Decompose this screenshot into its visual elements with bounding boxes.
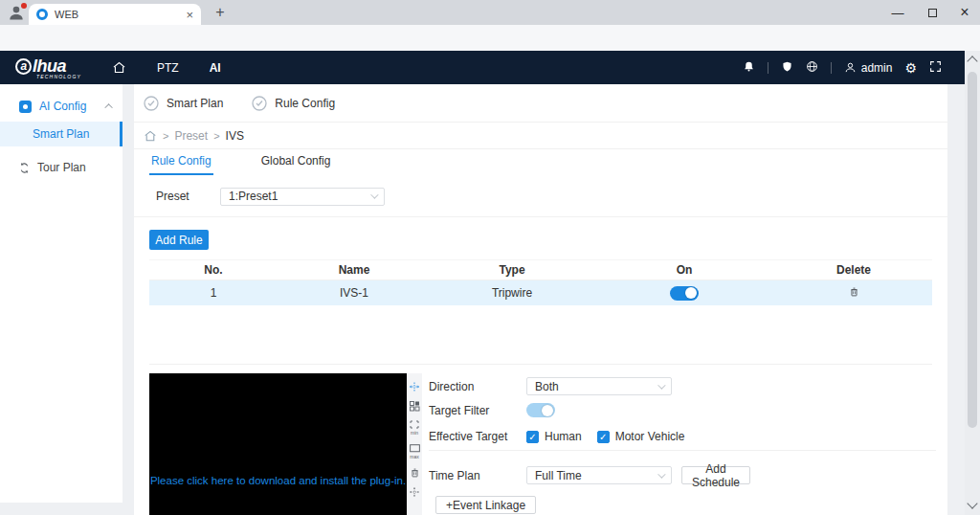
browser-tab-title: WEB	[55, 9, 186, 20]
new-tab-button[interactable]: +	[210, 2, 231, 23]
target-option-human[interactable]: ✓ Human	[526, 430, 582, 443]
checkbox-motor-vehicle[interactable]: ✓	[597, 431, 610, 443]
home-nav-button[interactable]	[112, 60, 126, 75]
user-menu[interactable]: admin	[844, 61, 893, 75]
logo-subtitle: TECHNOLOGY	[36, 74, 81, 79]
draw-tripwire-tool[interactable]	[409, 381, 420, 392]
checkbox-label: Human	[545, 430, 582, 443]
tab-close-icon[interactable]: ×	[186, 9, 193, 21]
dahua-logo: alhua TECHNOLOGY	[15, 56, 81, 79]
settings-divider	[429, 450, 936, 451]
breadcrumb-separator: >	[213, 130, 219, 142]
chevron-down-icon	[657, 381, 665, 389]
preset-select[interactable]: 1:Preset1	[220, 188, 385, 206]
add-rule-button[interactable]: Add Rule	[149, 230, 209, 250]
column-header-on: On	[593, 263, 775, 277]
max-size-tag: max	[410, 455, 418, 459]
breadcrumb-item-preset[interactable]: Preset	[174, 129, 208, 143]
breadcrumb: > Preset > IVS	[134, 123, 947, 149]
add-schedule-button[interactable]: Add Schedule	[681, 466, 750, 484]
target-filter-label: Target Filter	[429, 404, 526, 417]
target-option-motor-vehicle[interactable]: ✓ Motor Vehicle	[597, 430, 685, 443]
sidebar: AI Config Smart Plan Tour Plan	[0, 84, 122, 503]
nav-tab-ai[interactable]: AI	[210, 61, 221, 75]
direction-selected-value: Both	[535, 380, 559, 393]
header-divider	[768, 62, 768, 74]
max-size-icon	[409, 443, 421, 454]
rule-on-toggle[interactable]	[670, 286, 699, 301]
security-shield-button[interactable]	[781, 60, 793, 76]
browser-tab[interactable]: WEB ×	[29, 4, 201, 25]
event-linkage-button[interactable]: +Event Linkage	[435, 496, 536, 514]
pan-move-tool[interactable]	[409, 486, 420, 498]
shield-icon	[781, 60, 793, 73]
step-label: Smart Plan	[167, 97, 223, 110]
step-label: Rule Config	[275, 97, 335, 110]
sidebar-item-tour-plan[interactable]: Tour Plan	[0, 155, 122, 180]
tab-rule-config[interactable]: Rule Config	[149, 154, 213, 175]
alarm-bell-button[interactable]	[743, 60, 755, 76]
video-preview: Please click here to download and instal…	[149, 373, 407, 515]
min-size-icon	[409, 419, 420, 430]
scrollbar-thumb[interactable]	[968, 72, 977, 428]
time-plan-selected-value: Full Time	[535, 469, 582, 482]
language-globe-button[interactable]	[806, 60, 818, 76]
table-header-row: No. Name Type On Delete	[149, 259, 932, 280]
breadcrumb-item-ivs: IVS	[226, 129, 244, 143]
tour-plan-icon	[18, 162, 31, 174]
table-row[interactable]: 1 IVS-1 Tripwire	[149, 280, 932, 305]
breadcrumb-home-icon[interactable]	[144, 129, 157, 143]
trash-icon	[849, 286, 859, 298]
window-maximize-button[interactable]	[915, 0, 949, 25]
browser-tabstrip: WEB × + — ×	[0, 0, 980, 25]
app-header: alhua TECHNOLOGY PTZ AI	[0, 51, 965, 84]
plugin-download-link[interactable]: Please click here to download and instal…	[149, 475, 407, 486]
column-header-type: Type	[431, 263, 593, 277]
bell-icon	[743, 60, 755, 73]
time-plan-row: Time Plan Full Time Add Schedule	[429, 466, 750, 484]
min-size-tool[interactable]: min	[409, 419, 420, 436]
fullscreen-icon	[929, 60, 942, 73]
sidebar-item-smart-plan[interactable]: Smart Plan	[0, 122, 122, 146]
move-crosshair-icon	[409, 486, 420, 498]
time-plan-select[interactable]: Full Time	[526, 466, 672, 484]
sidebar-group-label: AI Config	[39, 100, 86, 113]
chevron-down-icon	[370, 190, 378, 198]
rule-settings-panel: Direction Both Target Filter Effective T…	[429, 373, 943, 515]
target-filter-toggle[interactable]	[526, 403, 555, 417]
cell-name: IVS-1	[278, 286, 431, 300]
direction-select[interactable]: Both	[526, 377, 672, 395]
window-minimize-button[interactable]: —	[880, 0, 915, 25]
effective-target-label: Effective Target	[429, 430, 526, 443]
column-header-delete: Delete	[775, 263, 932, 277]
grid-squares-icon	[409, 400, 420, 412]
step-rule-config[interactable]: Rule Config	[252, 96, 335, 111]
breadcrumb-separator: >	[163, 130, 168, 142]
username-label: admin	[861, 61, 893, 75]
step-check-icon	[144, 96, 159, 111]
preset-row: Preset 1:Preset1	[134, 187, 947, 206]
home-icon	[112, 60, 126, 75]
rule-list-tool[interactable]	[409, 400, 420, 412]
step-smart-plan[interactable]: Smart Plan	[144, 96, 223, 111]
window-close-button[interactable]: ×	[947, 0, 980, 25]
max-size-tool[interactable]: max	[409, 443, 421, 459]
checkbox-human[interactable]: ✓	[526, 431, 539, 443]
delete-rule-button[interactable]	[849, 286, 859, 298]
user-icon	[844, 61, 857, 74]
tab-global-config[interactable]: Global Config	[259, 154, 333, 175]
sidebar-item-label: Smart Plan	[33, 127, 89, 141]
browser-profile-button[interactable]	[7, 3, 28, 22]
cell-no: 1	[149, 286, 278, 300]
fullscreen-button[interactable]	[929, 60, 942, 76]
delete-drawing-tool[interactable]	[410, 467, 420, 479]
column-header-no: No.	[149, 263, 278, 277]
direction-label: Direction	[429, 380, 526, 393]
step-check-icon	[252, 96, 267, 111]
sidebar-group-ai-config[interactable]: AI Config	[19, 96, 113, 117]
section-divider	[134, 216, 947, 217]
nav-tab-ptz[interactable]: PTZ	[157, 61, 179, 75]
settings-gear-button[interactable]: ⚙	[904, 61, 917, 75]
wizard-steps: Smart Plan Rule Config	[134, 84, 947, 123]
min-size-tag: min	[411, 431, 418, 436]
